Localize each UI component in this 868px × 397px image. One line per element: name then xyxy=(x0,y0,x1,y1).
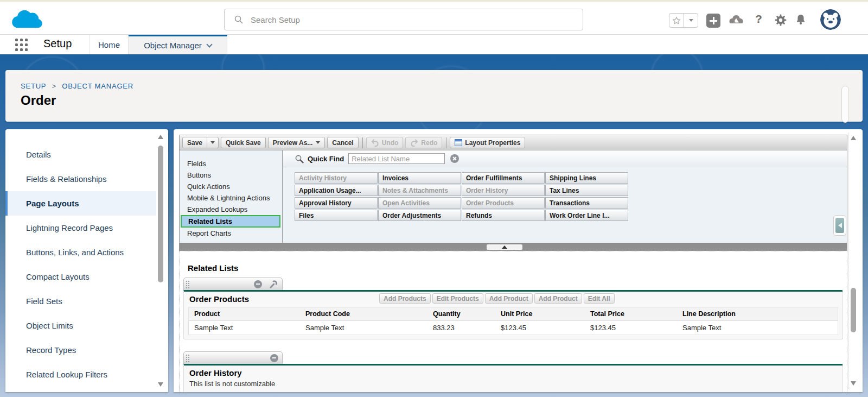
quick-find-clear-button[interactable] xyxy=(450,154,459,163)
tab-object-manager[interactable]: Object Manager xyxy=(129,35,227,54)
palette-item-label: Open Activities xyxy=(382,199,430,207)
remove-related-list-button[interactable] xyxy=(254,280,262,288)
star-icon xyxy=(672,16,681,25)
palette-item[interactable]: Order Fulfillments xyxy=(462,172,545,184)
scroll-down-arrow[interactable] xyxy=(158,382,163,387)
setup-gear-button[interactable] xyxy=(775,14,787,26)
notifications-button[interactable] xyxy=(795,14,806,26)
edit-all-button[interactable]: Edit All xyxy=(584,293,615,304)
drag-dots-icon xyxy=(186,280,190,288)
save-dropdown-button[interactable] xyxy=(207,137,218,148)
trailhead-button[interactable] xyxy=(728,15,744,24)
tab-home[interactable]: Home xyxy=(90,35,129,54)
undo-button[interactable]: Undo xyxy=(366,137,404,148)
sidebar-scrollbar[interactable] xyxy=(156,131,165,390)
sidebar-item-lightning-record-pages[interactable]: Lightning Record Pages xyxy=(5,216,158,240)
palette-splitter-bar[interactable] xyxy=(180,243,847,250)
global-header: ? xyxy=(0,2,868,35)
palette-category-expanded-lookups[interactable]: Expanded Lookups xyxy=(180,204,282,215)
palette-item-label: Invoices xyxy=(382,174,409,182)
sidebar-item-page-layouts[interactable]: Page Layouts xyxy=(5,191,158,216)
splitter-collapse-button[interactable] xyxy=(487,244,522,250)
editor-scrollbar[interactable] xyxy=(848,133,857,389)
redo-button[interactable]: Redo xyxy=(405,137,442,148)
palette-item-label: Activity History xyxy=(299,174,347,182)
tab-home-label: Home xyxy=(98,40,120,49)
drag-dots-icon xyxy=(186,354,190,362)
add-products-button[interactable]: Add Products xyxy=(379,293,431,304)
palette-collapse-button[interactable] xyxy=(833,215,846,236)
palette-item[interactable]: Application Usage... xyxy=(295,185,378,196)
breadcrumb-setup-link[interactable]: SETUP xyxy=(21,82,46,90)
palette-item-label: Order Products xyxy=(466,199,514,207)
related-list-handle-order-products[interactable] xyxy=(183,278,283,290)
quick-find-input[interactable] xyxy=(348,153,445,164)
palette-item[interactable]: Files xyxy=(295,210,378,221)
layout-properties-button[interactable]: Layout Properties xyxy=(450,137,525,148)
palette-item[interactable]: Tax Lines xyxy=(545,185,628,196)
sidebar-item-record-types[interactable]: Record Types xyxy=(5,338,158,362)
palette-item[interactable]: Order Adjustments xyxy=(378,210,461,221)
palette-category-quick-actions[interactable]: Quick Actions xyxy=(180,181,282,192)
related-list-handle-order-history[interactable] xyxy=(183,351,283,364)
section-header: Order Products Add Products Edit Product… xyxy=(184,292,843,306)
scrollbar-thumb[interactable] xyxy=(851,288,856,332)
edit-products-button[interactable]: Edit Products xyxy=(432,293,483,304)
palette-item[interactable]: Refunds xyxy=(462,210,545,221)
page-scrollbar-thumb[interactable] xyxy=(841,86,849,123)
avatar[interactable] xyxy=(820,9,841,30)
palette-item[interactable]: Activity History xyxy=(295,172,378,184)
chevron-down-icon xyxy=(210,141,215,144)
palette-category-mobile-lightning-actions[interactable]: Mobile & Lightning Actions xyxy=(180,192,282,204)
breadcrumb-object-manager-link[interactable]: OBJECT MANAGER xyxy=(62,82,133,90)
sidebar-item-buttons-links-actions[interactable]: Buttons, Links, and Actions xyxy=(5,240,158,264)
palette-category-buttons[interactable]: Buttons xyxy=(180,169,282,181)
palette-item-label: Files xyxy=(299,212,314,219)
global-search-input[interactable] xyxy=(251,15,554,24)
palette-item[interactable]: Work Order Line I... xyxy=(545,210,628,221)
app-launcher-button[interactable] xyxy=(15,39,28,52)
plus-icon xyxy=(710,17,717,24)
save-button[interactable]: Save xyxy=(183,137,207,148)
palette-category-related-lists[interactable]: Related Lists xyxy=(181,215,280,228)
palette-item[interactable]: Approval History xyxy=(295,197,378,209)
scroll-down-arrow[interactable] xyxy=(851,381,856,386)
palette-item[interactable]: Transactions xyxy=(545,197,628,209)
palette-item[interactable]: Invoices xyxy=(378,172,461,184)
palette-category-fields[interactable]: Fields xyxy=(180,158,282,169)
object-sidebar: Details Fields & Relationships Page Layo… xyxy=(5,129,168,392)
sidebar-item-field-sets[interactable]: Field Sets xyxy=(5,289,158,313)
favorites-star-button[interactable] xyxy=(669,14,684,27)
cancel-button[interactable]: Cancel xyxy=(327,137,358,148)
salesforce-logo[interactable] xyxy=(8,6,47,32)
palette-item[interactable]: Order History xyxy=(462,185,545,196)
sidebar-item-label: Page Layouts xyxy=(26,199,79,208)
palette-item[interactable]: Open Activities xyxy=(378,197,461,209)
sidebar-item-fields-relationships[interactable]: Fields & Relationships xyxy=(5,167,158,191)
palette-item-label: Refunds xyxy=(466,212,492,219)
scroll-up-arrow[interactable] xyxy=(851,136,856,140)
preview-as-label: Preview As... xyxy=(273,140,313,146)
palette-item[interactable]: Order Products xyxy=(462,197,545,209)
preview-as-button[interactable]: Preview As... xyxy=(268,137,326,148)
related-list-properties-button[interactable] xyxy=(269,280,278,289)
search-icon xyxy=(234,15,243,24)
sidebar-item-details[interactable]: Details xyxy=(5,142,158,167)
remove-related-list-button[interactable] xyxy=(270,354,278,362)
add-product-button-2[interactable]: Add Product xyxy=(534,293,582,304)
table-cell: Sample Text xyxy=(189,321,300,335)
palette-category-report-charts[interactable]: Report Charts xyxy=(180,228,282,239)
sidebar-item-related-lookup-filters[interactable]: Related Lookup Filters xyxy=(5,362,158,387)
setup-nav-bar: Setup Home Object Manager xyxy=(0,35,868,54)
sidebar-item-object-limits[interactable]: Object Limits xyxy=(5,313,158,338)
favorites-dropdown-button[interactable] xyxy=(684,14,698,27)
sidebar-item-compact-layouts[interactable]: Compact Layouts xyxy=(5,264,158,289)
global-add-button[interactable] xyxy=(706,14,720,28)
help-button[interactable]: ? xyxy=(755,12,762,26)
add-product-button[interactable]: Add Product xyxy=(485,293,533,304)
quick-save-button[interactable]: Quick Save xyxy=(221,137,266,148)
scrollbar-thumb[interactable] xyxy=(158,146,163,282)
palette-item[interactable]: Notes & Attachments xyxy=(378,185,461,196)
palette-item[interactable]: Shipping Lines xyxy=(545,172,628,184)
scroll-up-arrow[interactable] xyxy=(158,135,163,139)
